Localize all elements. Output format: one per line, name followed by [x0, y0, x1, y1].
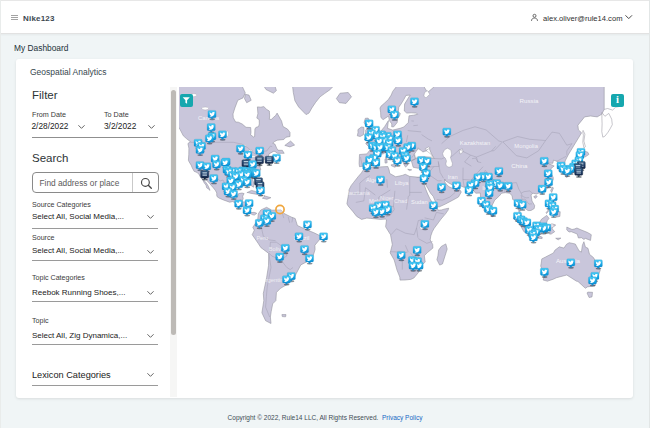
svg-text:Iran: Iran: [447, 174, 457, 180]
svg-text:China: China: [511, 162, 528, 169]
svg-text:Russia: Russia: [519, 97, 538, 104]
svg-text:Chad: Chad: [393, 198, 406, 204]
svg-text:Mongolia: Mongolia: [514, 143, 538, 149]
svg-text:Peru: Peru: [256, 235, 268, 241]
svg-text:Niger: Niger: [380, 195, 394, 201]
svg-text:Kazakhstan: Kazakhstan: [459, 140, 489, 146]
svg-text:Mauritania: Mauritania: [344, 190, 369, 196]
svg-text:Libya: Libya: [394, 180, 409, 186]
svg-text:Sudan: Sudan: [411, 199, 428, 205]
